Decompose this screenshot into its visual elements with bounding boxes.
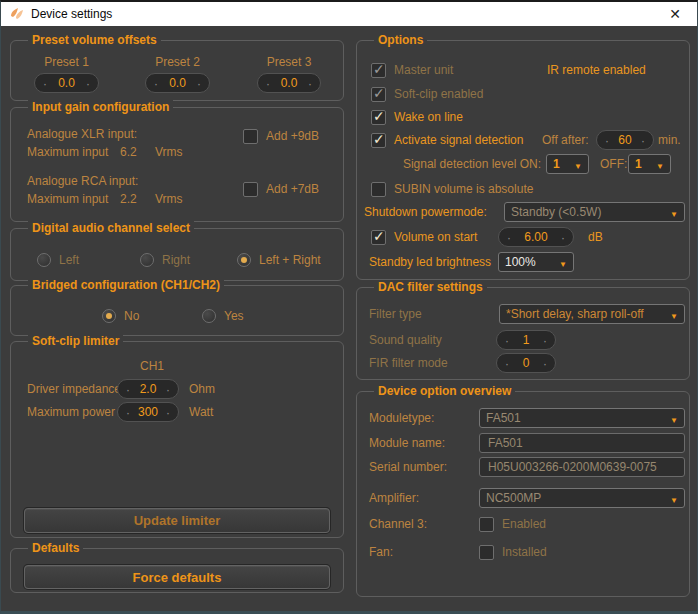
preset-1-spinner[interactable]: 0.0 [34, 73, 99, 93]
update-limiter-button[interactable]: Update limiter [24, 508, 330, 533]
off-after-unit: min. [658, 130, 681, 150]
radio-selected-icon[interactable] [102, 309, 116, 323]
fan-installed-checkbox[interactable] [479, 545, 494, 560]
radio-left[interactable]: Left [37, 250, 79, 270]
softclip-enabled-label: Soft-clip enabled [394, 87, 483, 101]
master-unit-checkbox[interactable] [371, 63, 386, 78]
level-on-dropdown[interactable]: 1 [546, 154, 589, 174]
xlr-max-input: Maximum input [27, 142, 108, 162]
driver-impedance-label: Driver impedance [27, 379, 121, 399]
preset-1-label: Preset 1 [34, 52, 99, 72]
channel3-row: Enabled [479, 514, 546, 534]
signal-detection-label: Activate signal detection [394, 133, 523, 147]
group-title: Bridged configuration (CH1/CH2) [28, 278, 224, 292]
spinner-increment-icon[interactable] [640, 131, 646, 149]
wake-on-line-row: Wake on line [371, 107, 463, 127]
wake-on-line-checkbox[interactable] [371, 110, 386, 125]
preset-3-spinner[interactable]: 0.0 [257, 73, 321, 93]
channel-label: CH1 [117, 356, 187, 376]
radio-icon[interactable] [202, 309, 216, 323]
fir-mode-spinner[interactable]: 0 [496, 353, 556, 373]
radio-icon[interactable] [140, 253, 154, 267]
filter-type-label: Filter type [369, 304, 422, 324]
signal-detection-row: Activate signal detection [371, 130, 523, 150]
moduletype-label: Moduletype: [369, 408, 434, 428]
channel3-enabled-label: Enabled [502, 517, 546, 531]
moduletype-dropdown[interactable]: FA501 [479, 408, 685, 428]
level-on-label: Signal detection level ON: [394, 154, 541, 174]
spinner-increment-icon[interactable] [542, 354, 548, 372]
channel3-enabled-checkbox[interactable] [479, 517, 494, 532]
wake-on-line-label: Wake on line [394, 110, 463, 124]
rca-input-label: Analogue RCA input: [27, 171, 138, 191]
rca-max-value: 2.2 [120, 189, 137, 209]
radio-no[interactable]: No [102, 306, 139, 326]
radio-selected-icon[interactable] [237, 253, 251, 267]
force-defaults-button[interactable]: Force defaults [24, 565, 330, 589]
fan-label: Fan: [369, 542, 393, 562]
volume-unit: dB [588, 227, 603, 247]
xlr-input-label: Analogue XLR input: [27, 124, 137, 144]
power-unit: Watt [189, 402, 213, 422]
add-9db-row: Add +9dB [243, 126, 319, 146]
sound-quality-label: Sound quality [369, 330, 442, 350]
group-device-overview: Device option overview Moduletype: FA501… [356, 391, 690, 597]
off-after-spinner[interactable]: 60 [596, 130, 654, 150]
radio-icon[interactable] [37, 253, 51, 267]
impedance-unit: Ohm [189, 379, 215, 399]
preset-2-spinner[interactable]: 0.0 [145, 73, 210, 93]
level-off-label: OFF: [600, 154, 627, 174]
radio-right[interactable]: Right [140, 250, 190, 270]
module-name-field[interactable]: FA501 [479, 433, 685, 453]
spinner-increment-icon[interactable] [542, 331, 548, 349]
channel3-label: Channel 3: [369, 514, 427, 534]
subin-checkbox[interactable] [371, 182, 386, 197]
add-9db-checkbox[interactable] [243, 129, 258, 144]
chevron-down-icon [670, 203, 678, 221]
volume-on-start-checkbox[interactable] [371, 230, 386, 245]
device-settings-window: Device settings ✕ Preset volume offsets … [0, 0, 698, 614]
group-defaults: Defaults Force defaults [10, 548, 344, 593]
maximum-power-label: Maximum power [27, 402, 115, 422]
volume-on-start-spinner[interactable]: 6.00 [498, 227, 574, 247]
subin-row: SUBIN volume is absolute [371, 179, 533, 199]
spinner-increment-icon[interactable] [196, 74, 202, 92]
group-title: Options [374, 33, 427, 47]
shutdown-powermode-dropdown[interactable]: Standby (<0.5W) [504, 202, 685, 222]
level-off-dropdown[interactable]: 1 [628, 154, 671, 174]
module-name-label: Module name: [369, 433, 445, 453]
spinner-increment-icon[interactable] [165, 403, 171, 421]
rca-max-input: Maximum input [27, 189, 108, 209]
chevron-down-icon [670, 409, 678, 427]
xlr-max-unit: Vrms [155, 142, 183, 162]
dialog-body: Preset volume offsets Preset 1 Preset 2 … [1, 26, 697, 611]
add-7db-label: Add +7dB [266, 182, 319, 196]
serial-number-field[interactable]: H05U003266-0200M0639-0075 [479, 457, 685, 477]
radio-yes[interactable]: Yes [202, 306, 244, 326]
filter-type-dropdown[interactable]: *Short delay, sharp roll-off [499, 304, 685, 324]
spinner-increment-icon[interactable] [85, 74, 91, 92]
close-icon[interactable]: ✕ [661, 6, 689, 22]
group-title: Preset volume offsets [28, 33, 161, 47]
amplifier-dropdown[interactable]: NC500MP [479, 488, 685, 508]
rca-max-unit: Vrms [155, 189, 183, 209]
spinner-increment-icon[interactable] [165, 380, 171, 398]
maximum-power-spinner[interactable]: 300 [117, 402, 179, 422]
spinner-increment-icon[interactable] [307, 74, 313, 92]
softclip-enabled-row: Soft-clip enabled [371, 84, 483, 104]
preset-2-label: Preset 2 [145, 52, 210, 72]
add-7db-checkbox[interactable] [243, 182, 258, 197]
group-softclip-limiter: Soft-clip limiter CH1 Driver impedance 2… [10, 341, 344, 538]
group-title: Digital audio channel select [28, 221, 194, 235]
sound-quality-spinner[interactable]: 1 [496, 330, 556, 350]
chevron-down-icon [670, 489, 678, 507]
spinner-increment-icon[interactable] [560, 228, 566, 246]
standby-led-dropdown[interactable]: 100% [498, 252, 574, 272]
group-options: Options Master unit IR remote enabled So… [356, 40, 690, 280]
driver-impedance-spinner[interactable]: 2.0 [117, 379, 179, 399]
signal-detection-checkbox[interactable] [371, 133, 386, 148]
group-title: Device option overview [374, 384, 515, 398]
softclip-enabled-checkbox[interactable] [371, 87, 386, 102]
radio-left-right[interactable]: Left + Right [237, 250, 321, 270]
volume-on-start-row: Volume on start [371, 227, 477, 247]
